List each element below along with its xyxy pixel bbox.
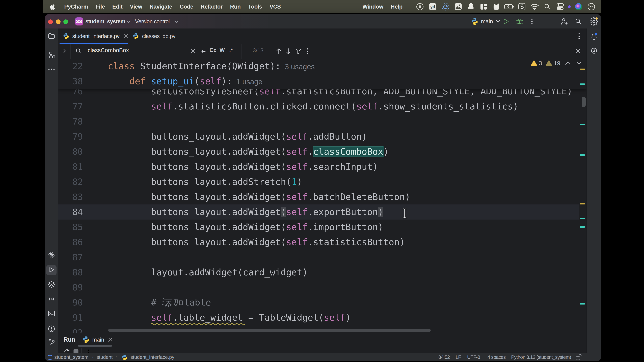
search-stripe-mark[interactable]	[580, 303, 585, 305]
breadcrumb-item[interactable]: student_interface.py	[130, 355, 174, 360]
regex-toggle[interactable]: .*	[229, 47, 233, 53]
maximize-window-button[interactable]	[64, 19, 68, 24]
debug-button[interactable]	[516, 14, 524, 28]
search-stripe-mark[interactable]	[580, 124, 585, 125]
caret-position-widget[interactable]: 84:52	[438, 355, 450, 360]
error-stripe[interactable]	[579, 59, 586, 333]
tab-options-button[interactable]	[576, 32, 582, 40]
run-configuration-widget[interactable]: main	[471, 14, 501, 28]
vertical-scrollbar-thumb[interactable]	[582, 97, 586, 107]
menu-code[interactable]: Code	[180, 3, 193, 10]
search-everywhere-button[interactable]	[574, 14, 582, 28]
weak-warnings-indicator[interactable]: 19	[545, 60, 560, 67]
search-options-icon[interactable]	[304, 48, 311, 55]
close-run-tab-icon[interactable]	[108, 337, 113, 343]
indent-widget[interactable]: 4 spaces	[488, 355, 506, 360]
previous-problem-icon[interactable]	[565, 61, 571, 65]
warning-stripe-mark[interactable]	[580, 203, 585, 204]
menu-window[interactable]: Window	[362, 3, 383, 10]
problems-tool-button[interactable]	[45, 325, 58, 333]
menu-vcs[interactable]: VCS	[270, 3, 281, 10]
wifi-icon[interactable]	[528, 2, 541, 11]
code-with-me-button[interactable]	[560, 14, 568, 28]
close-tab-icon[interactable]	[123, 33, 129, 39]
control-center-icon[interactable]	[554, 2, 566, 11]
inspections-widget[interactable]: 3 19	[530, 60, 582, 67]
words-toggle[interactable]: W	[220, 47, 225, 53]
menu-navigate[interactable]: Navigate	[150, 3, 172, 10]
splitscreen-icon[interactable]	[477, 2, 490, 11]
run-more-button[interactable]	[85, 349, 92, 353]
menu-tools[interactable]: Tools	[248, 3, 262, 10]
newline-toggle-icon[interactable]	[200, 48, 208, 55]
services-tool-button[interactable]	[45, 281, 58, 288]
ai-assistant-button[interactable]	[587, 47, 601, 55]
search-stripe-mark[interactable]	[580, 83, 585, 85]
code-line-81[interactable]: 81 buttons_layout.addWidget(self.searchI…	[58, 159, 586, 174]
warning-stripe-mark[interactable]	[580, 68, 585, 70]
notifications-bell-button[interactable]	[587, 32, 601, 41]
purple-dot-icon[interactable]	[566, 2, 572, 11]
apple-logo-icon[interactable]	[50, 3, 56, 10]
search-history-icon[interactable]	[75, 48, 84, 54]
code-line-82[interactable]: 82 buttons_layout.addStretch(1)	[58, 174, 586, 189]
record-icon[interactable]	[414, 2, 426, 11]
more-actions-button[interactable]	[528, 14, 535, 28]
breadcrumb-item[interactable]: student_system	[54, 355, 88, 360]
horizontal-scrollbar[interactable]	[108, 329, 431, 332]
lock-icon[interactable]	[575, 354, 582, 361]
photos-icon[interactable]	[452, 2, 464, 11]
s-app-icon[interactable]	[516, 2, 528, 11]
clock-icon[interactable]	[585, 2, 598, 11]
menu-pycharm[interactable]: PyCharm	[64, 3, 88, 10]
code-line-83[interactable]: 83 buttons_layout.addWidget(self.batchDe…	[58, 189, 586, 204]
run-tab-scrollbar[interactable]	[78, 345, 112, 347]
expand-search-icon[interactable]	[62, 48, 67, 54]
browser-icon[interactable]	[439, 2, 452, 11]
search-stripe-mark[interactable]	[580, 154, 585, 156]
match-case-toggle[interactable]: Cc	[210, 47, 216, 53]
filter-search-icon[interactable]	[295, 48, 302, 55]
terminal-tool-button[interactable]	[45, 310, 58, 317]
run-tool-button[interactable]	[45, 266, 58, 274]
run-button[interactable]	[502, 14, 510, 28]
settings-button[interactable]	[590, 14, 598, 28]
menu-edit[interactable]: Edit	[112, 3, 122, 10]
python-packages-tool-button[interactable]	[45, 251, 58, 259]
tab-student-interface[interactable]: student_interface.py	[59, 28, 129, 44]
code-line-22[interactable]: 22 class StudentInterface(QWidget): 3 us…	[58, 59, 586, 74]
code-line-79[interactable]: 79 buttons_layout.addWidget(self.addButt…	[58, 129, 586, 144]
close-search-icon[interactable]	[575, 48, 581, 54]
search-query-text[interactable]: classComboBox	[88, 47, 129, 53]
code-line-38[interactable]: 38 def setup_ui(self): 1 usage	[58, 74, 586, 89]
battery-icon[interactable]	[503, 2, 516, 11]
project-icon-badge[interactable]: SS	[75, 17, 83, 25]
usages-inlay-hint[interactable]: 1 usage	[232, 78, 262, 86]
code-line-90[interactable]: 90 # table	[58, 295, 586, 310]
menu-refactor[interactable]: Refactor	[200, 3, 222, 10]
code-line-77[interactable]: 77 self.statisticsButton.clicked.connect…	[58, 99, 586, 114]
menu-view[interactable]: View	[130, 3, 142, 10]
code-line-91[interactable]: 91 self.table_widget = TableWidget(self)	[58, 310, 586, 325]
close-window-button[interactable]	[48, 19, 53, 24]
clear-search-icon[interactable]	[190, 48, 196, 54]
code-line-85[interactable]: 85 buttons_layout.addWidget(self.importB…	[58, 220, 586, 235]
previous-occurrence-icon[interactable]	[276, 48, 282, 55]
version-control-tool-button[interactable]	[45, 339, 58, 346]
qq-icon[interactable]	[464, 2, 477, 11]
code-line-89[interactable]: 89	[58, 280, 586, 295]
code-line-88[interactable]: 88 layout.addWidget(card_widget)	[58, 265, 586, 280]
search-stripe-mark[interactable]	[580, 218, 585, 219]
menu-help[interactable]: Help	[391, 3, 402, 10]
code-line-84[interactable]: 84 buttons_layout.addWidget(self.exportB…	[58, 204, 586, 220]
stop-button[interactable]	[72, 348, 79, 353]
minimize-window-button[interactable]	[56, 19, 60, 24]
menu-run[interactable]: Run	[230, 3, 241, 10]
python-console-tool-button[interactable]	[45, 296, 58, 303]
code-line-87[interactable]: 87	[58, 250, 586, 265]
rerun-button[interactable]	[64, 348, 71, 353]
tab-classes-db[interactable]: classes_db.py	[131, 28, 178, 44]
line-separator-widget[interactable]: LF	[456, 355, 461, 360]
next-occurrence-icon[interactable]	[285, 48, 292, 55]
code-line-78[interactable]: 78	[58, 114, 586, 129]
